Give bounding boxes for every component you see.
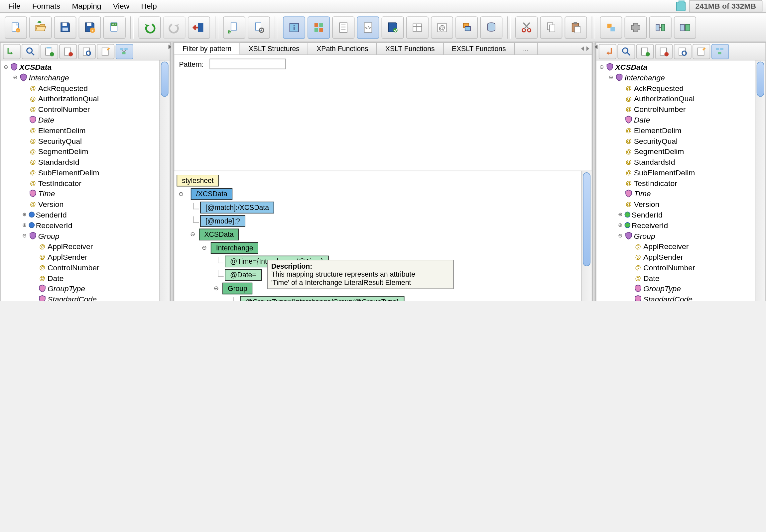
copy-button[interactable]: [540, 16, 562, 39]
svg-point-71: [646, 52, 650, 56]
node-xcsdata2[interactable]: XCSData: [199, 228, 239, 240]
attribute-icon: @: [624, 200, 633, 208]
plugin4-button[interactable]: [674, 16, 696, 39]
notes-remove-button-r[interactable]: [655, 44, 673, 59]
tab-filter[interactable]: Filter by pattern: [174, 43, 240, 54]
save-button[interactable]: [54, 16, 76, 39]
attribute-icon: @: [38, 253, 47, 261]
attribute-icon: @: [29, 94, 37, 103]
canvas-scrollbar[interactable]: [581, 171, 592, 301]
svg-text:+: +: [17, 29, 19, 33]
splitter-right[interactable]: [592, 42, 596, 301]
menu-view[interactable]: View: [108, 1, 134, 12]
dot-icon: [624, 212, 630, 218]
info-view-button[interactable]: i: [283, 16, 305, 39]
paste-button[interactable]: [564, 16, 587, 39]
left-scrollbar[interactable]: ▲▼: [159, 60, 169, 301]
cut-button[interactable]: [515, 16, 537, 39]
node-xcsdata[interactable]: /XCSData: [191, 188, 233, 200]
menu-file[interactable]: File: [4, 1, 25, 12]
tab-scroll-right-icon[interactable]: [587, 46, 590, 51]
gc-icon[interactable]: [676, 1, 685, 11]
code-view-button[interactable]: </>: [357, 16, 379, 39]
svg-rect-20: [315, 28, 318, 32]
input-button[interactable]: [223, 16, 245, 39]
svg-rect-12: [231, 23, 237, 30]
tab-xslt-functions[interactable]: XSLT Functions: [377, 43, 443, 54]
svg-rect-4: [62, 28, 68, 31]
table-button[interactable]: [406, 16, 429, 39]
right-tree[interactable]: ⊖XCSData ⊖Interchange @AckRequested@Auth…: [597, 60, 755, 301]
svg-rect-18: [315, 23, 318, 27]
pattern-input[interactable]: [210, 59, 286, 69]
node-group[interactable]: Group: [223, 282, 253, 294]
undo-button[interactable]: [139, 16, 161, 39]
tree-type-button-r[interactable]: [712, 44, 729, 59]
tab-xpath[interactable]: XPath Functions: [308, 43, 377, 54]
svg-line-54: [32, 52, 34, 55]
redo-button[interactable]: [163, 16, 185, 39]
db-button[interactable]: [480, 16, 502, 39]
edit-button-r[interactable]: [693, 44, 710, 59]
node-interchange[interactable]: Interchange: [211, 242, 259, 253]
preview-button[interactable]: [78, 44, 96, 59]
save-map-button[interactable]: [382, 16, 404, 39]
new-file-button[interactable]: +: [5, 16, 27, 39]
tab-exslt[interactable]: EXSLT Functions: [443, 43, 515, 54]
svg-rect-64: [124, 47, 128, 49]
output-button[interactable]: [248, 16, 270, 39]
svg-point-38: [527, 29, 531, 32]
node-stylesheet[interactable]: stylesheet: [176, 174, 219, 186]
svg-rect-42: [549, 25, 555, 32]
shield-icon: [624, 189, 633, 198]
search-button-r[interactable]: [618, 44, 635, 59]
pattern-label: Pattern:: [179, 60, 204, 68]
node-mode[interactable]: [@mode]:?: [200, 215, 245, 226]
left-panel: ⊖XCSData ⊖Interchange @AckRequested@Auth…: [0, 42, 170, 301]
menu-help[interactable]: Help: [136, 1, 161, 12]
splitter-left[interactable]: [170, 42, 174, 301]
mapping-canvas[interactable]: stylesheet ⊖ /XCSData [@match]:/XCSData …: [174, 171, 581, 301]
tooltip: Description: This mapping structure repr…: [267, 260, 453, 289]
open-file-button[interactable]: [29, 16, 51, 39]
export-xls-button[interactable]: XLS: [103, 16, 126, 39]
plugin3-button[interactable]: [649, 16, 672, 39]
search-button[interactable]: [22, 44, 39, 59]
notes-add-button[interactable]: [41, 44, 58, 59]
plugin2-button[interactable]: [624, 16, 647, 39]
tab-scroll-left-icon[interactable]: [581, 46, 584, 51]
edit-button[interactable]: [97, 44, 114, 59]
preview-button-r[interactable]: [674, 44, 692, 59]
svg-rect-51: [680, 24, 685, 31]
left-tree[interactable]: ⊖XCSData ⊖Interchange @AckRequested@Auth…: [1, 60, 159, 301]
tab-more[interactable]: ...: [515, 43, 537, 54]
left-mini-toolbar: [1, 43, 169, 60]
node-match[interactable]: [@match]:/XCSData: [200, 201, 274, 213]
exit-button[interactable]: [188, 16, 210, 39]
plugin1-button[interactable]: [600, 16, 622, 39]
import-arrow-button-r[interactable]: [599, 44, 617, 59]
tree-type-button[interactable]: [116, 44, 133, 59]
at-button[interactable]: @: [431, 16, 453, 39]
attribute-icon: @: [624, 94, 633, 103]
attribute-icon: @: [624, 158, 633, 166]
layers-button[interactable]: [455, 16, 478, 39]
list-view-button[interactable]: [332, 16, 354, 39]
node-attr-date[interactable]: @Date=: [225, 269, 261, 280]
save-as-button[interactable]: +: [79, 16, 101, 39]
notes-add-button-r[interactable]: [636, 44, 654, 59]
svg-rect-65: [122, 52, 126, 54]
node-attr-gt[interactable]: @GroupType={Interchange/Group/@GroupType…: [240, 296, 404, 301]
shield-icon: [38, 295, 47, 301]
svg-rect-52: [686, 24, 690, 31]
svg-rect-22: [339, 23, 347, 32]
tab-xslt-structures[interactable]: XSLT Structures: [240, 43, 309, 54]
menu-formats[interactable]: Formats: [28, 1, 65, 12]
menu-bar: File Formats Mapping View Help 241MB of …: [0, 0, 766, 13]
notes-remove-button[interactable]: [59, 44, 77, 59]
import-arrow-button[interactable]: [3, 44, 21, 59]
right-scrollbar[interactable]: ▲▼: [755, 60, 765, 301]
menu-mapping[interactable]: Mapping: [67, 1, 106, 12]
grid-view-button[interactable]: [308, 16, 330, 39]
attribute-icon: @: [634, 263, 642, 272]
